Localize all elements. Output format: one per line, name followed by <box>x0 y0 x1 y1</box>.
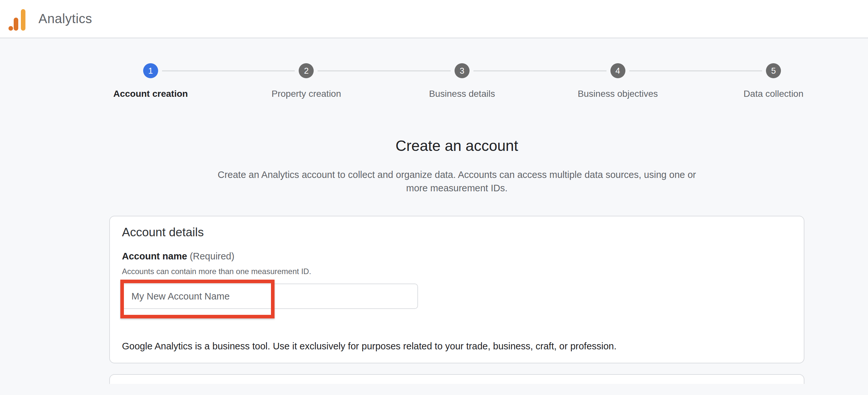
next-section-card-clipped <box>109 374 804 384</box>
page-subtitle-line-2: more measurement IDs. <box>109 182 804 195</box>
step-5-circle: 5 <box>766 63 781 78</box>
step-4-label: Business objectives <box>578 89 658 99</box>
step-business-details: 3 Business details <box>384 63 540 99</box>
account-details-card: Account details Account name (Required) … <box>109 216 804 363</box>
step-4-circle: 4 <box>611 63 625 78</box>
account-name-required-hint: (Required) <box>190 251 235 261</box>
ga-setup-wizard-screen: Analytics 1 Account creation 2 Property … <box>0 0 868 395</box>
business-tool-footnote: Google Analytics is a business tool. Use… <box>122 341 617 352</box>
step-3-circle: 3 <box>455 63 469 78</box>
step-property-creation: 2 Property creation <box>228 63 384 99</box>
step-2-circle: 2 <box>299 63 314 78</box>
brand-name: Analytics <box>38 11 92 26</box>
card-heading: Account details <box>122 226 204 239</box>
account-name-label-row: Account name (Required) <box>122 251 235 262</box>
step-business-objectives: 4 Business objectives <box>540 63 696 99</box>
step-5-label: Data collection <box>743 89 803 99</box>
step-1-circle: 1 <box>143 63 158 78</box>
google-analytics-icon <box>8 9 25 31</box>
step-account-creation: 1 Account creation <box>73 63 228 99</box>
logo-dot <box>8 26 13 31</box>
app-header: Analytics <box>0 0 868 38</box>
account-name-help-text: Accounts can contain more than one measu… <box>122 267 311 276</box>
step-3-label: Business details <box>429 89 495 99</box>
account-name-label: Account name <box>122 251 187 261</box>
analytics-logo: Analytics <box>8 7 92 31</box>
account-name-input[interactable] <box>122 284 418 309</box>
page-title: Create an account <box>109 137 804 155</box>
page-subtitle-line-1: Create an Analytics account to collect a… <box>109 168 804 182</box>
logo-bar-tall <box>21 9 25 31</box>
step-data-collection: 5 Data collection <box>695 63 851 99</box>
step-2-label: Property creation <box>272 89 341 99</box>
step-1-label: Account creation <box>113 89 188 99</box>
logo-bar-mid <box>14 18 18 31</box>
page-subtitle: Create an Analytics account to collect a… <box>109 168 804 195</box>
setup-stepper: 1 Account creation 2 Property creation 3… <box>73 63 851 99</box>
